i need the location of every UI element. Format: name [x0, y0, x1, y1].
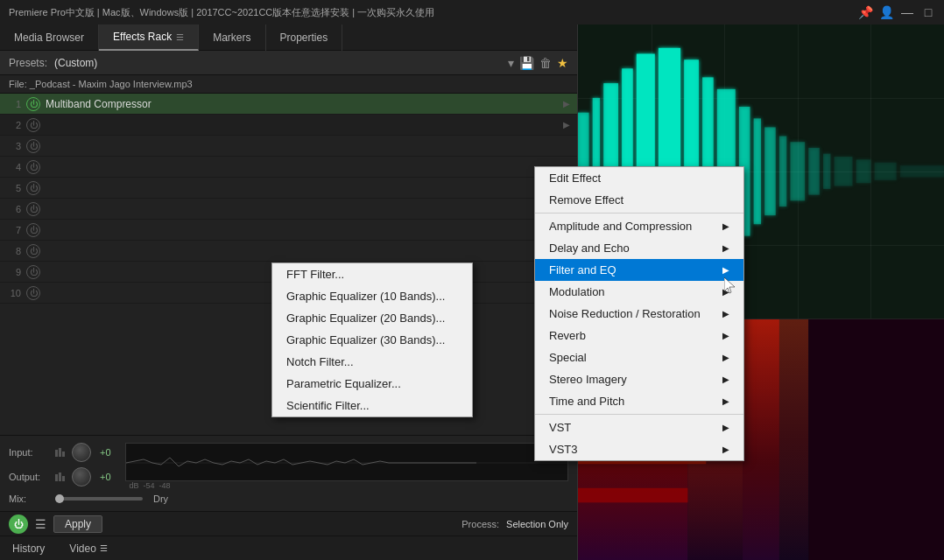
effects-list-icon[interactable]: ☰	[35, 517, 46, 531]
ctx-vst3[interactable]: VST3 ▶	[535, 438, 743, 460]
context-menu-main[interactable]: Edit Effect Remove Effect Amplitude and …	[534, 166, 744, 461]
effect-row-1[interactable]: 1 ⏻ Multiband Compressor ▶	[0, 94, 577, 115]
tab-effects-rack[interactable]: Effects Rack ☰	[99, 24, 199, 51]
tab-media-browser[interactable]: Media Browser	[0, 24, 99, 51]
svg-rect-20	[900, 165, 944, 177]
effect-power-btn-10[interactable]: ⏻	[26, 286, 40, 300]
preset-download-icon[interactable]: ▾	[508, 56, 514, 70]
svg-rect-12	[764, 127, 776, 215]
ctx-edit-effect[interactable]: Edit Effect	[535, 167, 743, 189]
effect-power-btn-7[interactable]: ⏻	[26, 223, 40, 237]
bottom-controls: Input: +0 Output:	[0, 435, 577, 511]
process-value: Selection Only	[506, 519, 568, 529]
ctx-noise[interactable]: Noise Reduction / Restoration ▶	[535, 303, 743, 325]
input-label: Input:	[9, 447, 48, 458]
effect-power-btn-6[interactable]: ⏻	[26, 202, 40, 216]
ctx-delay-arrow: ▶	[722, 243, 729, 253]
ctx-graphic-eq-20[interactable]: Graphic Equalizer (20 Bands)...	[272, 307, 472, 329]
presets-bar: Presets: (Custom) ▾ 💾 🗑 ★	[0, 51, 577, 75]
ctx-stereo-arrow: ▶	[722, 374, 729, 384]
tab-markers[interactable]: Markers	[199, 24, 265, 51]
ctx-time-pitch-arrow: ▶	[722, 396, 729, 406]
minimize-button[interactable]: —	[900, 5, 914, 19]
tab-bar: Media Browser Effects Rack ☰ Markers Pro…	[0, 24, 577, 51]
effect-name-1: Multiband Compressor	[46, 98, 558, 110]
effect-row-4[interactable]: 4 ⏻	[0, 157, 577, 178]
preset-icons: ▾ 💾 🗑 ★	[508, 56, 568, 70]
effect-row-5[interactable]: 5 ⏻	[0, 178, 577, 199]
pin-button[interactable]: 📌	[858, 5, 872, 19]
input-knob[interactable]	[72, 443, 91, 462]
ctx-special[interactable]: Special ▶	[535, 346, 743, 368]
ctx-amplitude[interactable]: Amplitude and Compression ▶	[535, 215, 743, 237]
input-value: +0	[100, 447, 111, 458]
effect-row-3[interactable]: 3 ⏻	[0, 136, 577, 157]
effect-power-btn-2[interactable]: ⏻	[26, 118, 40, 132]
db-labels: dB -54 -48	[130, 481, 568, 490]
ctx-scientific-filter[interactable]: Scientific Filter...	[272, 395, 472, 416]
effect-row-7[interactable]: 7 ⏻	[0, 220, 577, 241]
output-level-meter	[55, 472, 65, 481]
effect-power-btn-1[interactable]: ⏻	[26, 97, 40, 111]
preset-favorite-icon[interactable]: ★	[557, 56, 568, 70]
tab-history[interactable]: History	[0, 536, 57, 561]
ctx-fft-filter[interactable]: FFT Filter...	[272, 263, 472, 285]
status-bar: ⏻ ☰ Apply Process: Selection Only	[0, 511, 577, 536]
ctx-notch-filter[interactable]: Notch Filter...	[272, 351, 472, 373]
maximize-button[interactable]: □	[921, 5, 935, 19]
svg-rect-17	[835, 157, 853, 186]
ctx-remove-effect[interactable]: Remove Effect	[535, 189, 743, 211]
apply-button[interactable]: Apply	[53, 515, 102, 533]
preset-save-icon[interactable]: 💾	[519, 56, 534, 70]
titlebar-controls: 📌 👤 — □	[858, 5, 935, 19]
svg-rect-23	[743, 319, 779, 560]
svg-rect-13	[779, 136, 786, 207]
effect-expand-1[interactable]: ▶	[563, 99, 570, 108]
effect-power-btn-3[interactable]: ⏻	[26, 139, 40, 153]
effect-row-6[interactable]: 6 ⏻	[0, 199, 577, 220]
presets-label: Presets:	[9, 57, 47, 69]
ctx-graphic-eq-10[interactable]: Graphic Equalizer (10 Bands)...	[272, 285, 472, 307]
process-label: Process:	[461, 519, 499, 529]
svg-rect-11	[754, 118, 761, 224]
preset-delete-icon[interactable]: 🗑	[539, 56, 552, 70]
svg-rect-24	[779, 319, 808, 560]
ctx-parametric-eq[interactable]: Parametric Equalizer...	[272, 373, 472, 395]
ctx-graphic-eq-30[interactable]: Graphic Equalizer (30 Bands)...	[272, 329, 472, 351]
ctx-delay[interactable]: Delay and Echo ▶	[535, 237, 743, 259]
ctx-modulation[interactable]: Modulation ▶	[535, 281, 743, 303]
ctx-divider-2	[535, 414, 743, 415]
video-tab-menu-icon[interactable]: ☰	[100, 543, 108, 553]
master-power-button[interactable]: ⏻	[9, 514, 28, 534]
effect-power-btn-5[interactable]: ⏻	[26, 181, 40, 195]
effect-row-2[interactable]: 2 ⏻ ▶	[0, 115, 577, 136]
svg-rect-15	[808, 148, 820, 195]
mix-slider[interactable]	[55, 497, 143, 500]
svg-rect-29	[578, 487, 687, 502]
presets-value: (Custom)	[54, 57, 97, 69]
ctx-vst-arrow: ▶	[722, 423, 729, 432]
svg-rect-14	[790, 142, 805, 200]
ctx-stereo[interactable]: Stereo Imagery ▶	[535, 368, 743, 390]
effect-row-8[interactable]: 8 ⏻	[0, 241, 577, 262]
effect-row-num: 1	[7, 99, 21, 109]
bottom-tab-bar: History Video ☰	[0, 536, 577, 560]
tab-properties[interactable]: Properties	[266, 24, 343, 51]
effect-expand-2[interactable]: ▶	[563, 120, 570, 130]
ctx-special-arrow: ▶	[722, 353, 729, 362]
effects-rack-menu-icon[interactable]: ☰	[176, 32, 184, 42]
ctx-time-pitch[interactable]: Time and Pitch ▶	[535, 390, 743, 412]
output-knob[interactable]	[72, 467, 91, 486]
context-menu-sub[interactable]: FFT Filter... Graphic Equalizer (10 Band…	[271, 262, 473, 417]
tab-video[interactable]: Video ☰	[57, 536, 119, 561]
user-button[interactable]: 👤	[879, 5, 893, 19]
effect-power-btn-8[interactable]: ⏻	[26, 244, 40, 258]
svg-rect-18	[856, 159, 871, 183]
ctx-reverb[interactable]: Reverb ▶	[535, 325, 743, 346]
effect-power-btn-9[interactable]: ⏻	[26, 265, 40, 279]
effect-power-btn-4[interactable]: ⏻	[26, 160, 40, 174]
ctx-filter-eq[interactable]: Filter and EQ ▶	[535, 259, 743, 281]
ctx-amplitude-arrow: ▶	[722, 221, 729, 231]
output-label: Output:	[9, 472, 48, 482]
ctx-vst[interactable]: VST ▶	[535, 416, 743, 438]
